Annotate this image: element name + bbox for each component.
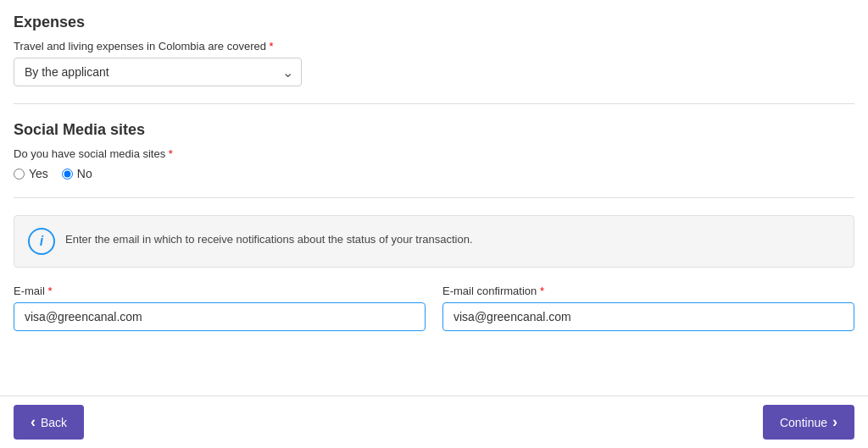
email-row: E-mail * E-mail confirmation * [14, 285, 854, 331]
expenses-select[interactable]: By the applicant By the host By the comp… [14, 58, 302, 86]
email-confirm-input[interactable] [442, 302, 854, 331]
expenses-select-wrapper: By the applicant By the host By the comp… [14, 58, 302, 86]
radio-yes[interactable]: Yes [14, 167, 48, 180]
back-label: Back [41, 416, 67, 429]
email-confirm-field-group: E-mail confirmation * [442, 285, 854, 331]
email-input[interactable] [14, 302, 426, 331]
email-confirm-label: E-mail confirmation * [442, 285, 854, 297]
divider-2 [14, 197, 854, 198]
required-star: * [266, 40, 274, 53]
social-media-label: Do you have social media sites * [14, 147, 854, 160]
radio-yes-input[interactable] [14, 169, 25, 180]
social-media-title: Social Media sites [14, 121, 854, 139]
info-text: Enter the email in which to receive noti… [65, 228, 473, 248]
radio-yes-label: Yes [29, 167, 48, 180]
chevron-right-icon [832, 413, 837, 431]
required-star-4: * [537, 285, 544, 297]
radio-no[interactable]: No [62, 167, 92, 180]
email-field-group: E-mail * [14, 285, 426, 331]
required-star-3: * [45, 285, 53, 297]
radio-no-input[interactable] [62, 169, 73, 180]
chevron-left-icon [31, 413, 36, 431]
info-icon: i [28, 228, 55, 255]
email-label: E-mail * [14, 285, 426, 297]
expenses-title: Expenses [14, 14, 854, 31]
social-media-radio-group: Yes No [14, 167, 854, 180]
expenses-label: Travel and living expenses in Colombia a… [14, 40, 854, 53]
radio-no-label: No [77, 167, 92, 180]
required-star-2: * [165, 147, 173, 160]
info-box: i Enter the email in which to receive no… [14, 215, 854, 268]
expenses-section: Expenses Travel and living expenses in C… [14, 14, 854, 86]
continue-button[interactable]: Continue [763, 405, 854, 440]
divider-1 [14, 103, 854, 104]
continue-label: Continue [780, 416, 827, 429]
bottom-nav: Back Continue [0, 395, 868, 448]
back-button[interactable]: Back [14, 405, 84, 440]
social-media-section: Social Media sites Do you have social me… [14, 121, 854, 180]
